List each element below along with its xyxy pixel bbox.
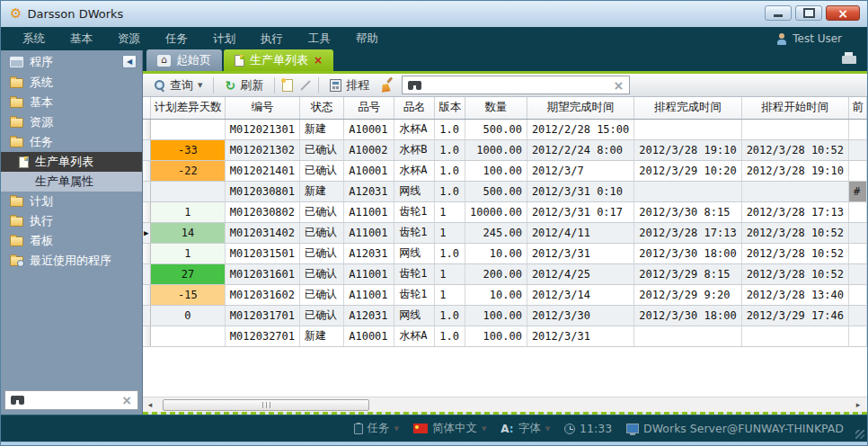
table-cell[interactable]: 100.00 — [465, 326, 527, 346]
sidebar-item[interactable]: 执行 — [1, 211, 142, 231]
table-cell[interactable]: A11001 — [344, 222, 394, 243]
column-header[interactable]: 前 — [849, 97, 867, 119]
table-cell[interactable]: 已确认 — [300, 139, 344, 160]
table-cell[interactable]: # — [849, 181, 867, 201]
table-cell[interactable]: 齿轮1 — [394, 222, 435, 243]
minimize-button[interactable] — [765, 5, 792, 21]
table-cell[interactable]: 1.0 — [435, 326, 465, 346]
table-cell[interactable]: 2012/3/28 17:13 — [741, 201, 848, 222]
user-menu[interactable]: Test User — [776, 32, 858, 45]
menu-item[interactable]: 帮助 — [343, 31, 391, 47]
sidebar-item[interactable]: 计划 — [1, 192, 142, 211]
table-cell[interactable]: 2012/3/28 17:13 — [634, 222, 741, 243]
table-cell[interactable]: 2012/4/11 — [527, 222, 633, 243]
menu-item[interactable]: 基本 — [58, 31, 105, 47]
tab[interactable]: 起始页 — [146, 49, 222, 71]
table-cell[interactable]: 245.00 — [465, 222, 527, 243]
column-header[interactable]: 状态 — [300, 97, 344, 119]
table-cell[interactable]: 齿轮1 — [394, 284, 435, 305]
table-cell[interactable]: 网线 — [394, 305, 435, 326]
table-cell[interactable]: A11001 — [344, 201, 394, 222]
row-header[interactable] — [143, 243, 151, 263]
table-cell[interactable] — [849, 139, 867, 160]
table-cell[interactable]: M012031601 — [225, 263, 299, 284]
chevron-down-icon[interactable] — [198, 82, 202, 89]
table-cell[interactable] — [849, 305, 867, 326]
row-header[interactable] — [143, 326, 151, 346]
table-cell[interactable] — [849, 243, 867, 263]
table-row[interactable]: 0M012031701已确认A12031网线1.0100.002012/3/30… — [143, 305, 867, 326]
sidebar-item[interactable]: 基本 — [1, 93, 142, 112]
table-cell[interactable]: 2012/3/28 10:52 — [741, 243, 848, 263]
row-header[interactable] — [143, 284, 151, 305]
row-header[interactable] — [143, 119, 151, 139]
column-header[interactable]: 计划差异天数 — [151, 97, 226, 119]
table-cell[interactable]: 1.0 — [435, 119, 465, 139]
table-row[interactable]: M012032701新建A10001水杯A1.0100.002012/3/31 — [143, 326, 867, 346]
clear-search-icon[interactable] — [121, 394, 132, 406]
table-cell[interactable]: 2012/3/28 10:52 — [741, 222, 848, 243]
table-cell[interactable]: M012030802 — [225, 201, 299, 222]
table-cell[interactable]: 已确认 — [300, 305, 344, 326]
table-cell[interactable]: 2012/2/24 8:00 — [527, 139, 633, 160]
status-font-menu[interactable]: A 字体 — [500, 421, 550, 436]
table-cell[interactable]: 网线 — [394, 181, 435, 201]
row-header[interactable] — [143, 160, 151, 181]
table-cell[interactable]: M012032701 — [225, 326, 299, 346]
table-cell[interactable]: 2012/3/28 19:10 — [634, 139, 741, 160]
table-cell[interactable] — [849, 284, 867, 305]
table-cell[interactable]: 2012/3/29 10:20 — [634, 160, 741, 181]
row-header[interactable] — [143, 222, 151, 243]
menu-item[interactable]: 资源 — [105, 31, 153, 47]
table-cell[interactable]: 1.0 — [435, 160, 465, 181]
maximize-button[interactable] — [795, 5, 822, 21]
menu-item[interactable]: 执行 — [248, 31, 296, 47]
table-cell[interactable]: 2012/3/29 17:46 — [741, 305, 848, 326]
sidebar-item[interactable]: 生产单列表 — [1, 152, 142, 172]
table-cell[interactable]: A11001 — [344, 284, 394, 305]
table-cell[interactable]: 100.00 — [465, 160, 527, 181]
table-cell[interactable]: A10002 — [344, 139, 394, 160]
new-document-icon[interactable] — [282, 79, 293, 92]
row-header[interactable] — [143, 181, 151, 201]
table-row[interactable]: 1M012030802已确认A11001齿轮1110000.002012/3/3… — [143, 201, 867, 222]
table-cell[interactable]: A11001 — [344, 263, 394, 284]
row-header[interactable] — [143, 139, 151, 160]
table-cell[interactable]: 新建 — [300, 326, 344, 346]
table-cell[interactable] — [849, 222, 867, 243]
table-cell[interactable]: 新建 — [300, 119, 344, 139]
table-cell[interactable]: 2012/3/29 9:20 — [634, 284, 741, 305]
table-row[interactable]: M012030801新建A12031网线1.0500.002012/3/31 0… — [143, 181, 867, 201]
table-cell[interactable]: 2012/3/31 — [527, 326, 633, 346]
table-cell[interactable]: 1.0 — [435, 181, 465, 201]
table-cell[interactable]: 2012/3/14 — [527, 284, 633, 305]
column-header[interactable]: 品名 — [394, 97, 435, 119]
sidebar-collapse-button[interactable] — [122, 55, 137, 68]
menu-item[interactable]: 任务 — [153, 31, 200, 47]
sidebar-header[interactable]: 程序 — [1, 50, 142, 73]
printer-icon[interactable] — [842, 56, 856, 64]
table-cell[interactable]: 2012/3/30 — [527, 305, 633, 326]
scrollbar-thumb[interactable] — [163, 399, 369, 411]
table-cell[interactable]: 1.0 — [435, 243, 465, 263]
table-cell[interactable]: M012021401 — [225, 160, 299, 181]
table-cell[interactable]: 已确认 — [300, 201, 344, 222]
table-cell[interactable]: 2012/3/30 8:15 — [634, 201, 741, 222]
table-cell[interactable]: 2012/3/31 0:10 — [527, 181, 633, 201]
table-cell[interactable] — [634, 181, 741, 201]
table-row[interactable]: -22M012021401已确认A10001水杯A1.0100.002012/3… — [143, 160, 867, 181]
table-cell[interactable]: 2012/3/30 18:00 — [634, 243, 741, 263]
row-header[interactable] — [143, 263, 151, 284]
table-cell-plan-diff-days[interactable]: -22 — [151, 160, 226, 181]
table-cell[interactable] — [849, 160, 867, 181]
table-row[interactable]: 14M012031402已确认A11001齿轮11245.002012/4/11… — [143, 222, 867, 243]
table-cell-plan-diff-days[interactable] — [151, 181, 226, 201]
table-cell[interactable]: 已确认 — [300, 284, 344, 305]
table-cell[interactable]: 新建 — [300, 181, 344, 201]
sidebar-item[interactable]: 系统 — [1, 73, 142, 93]
resize-grip[interactable] — [855, 430, 864, 439]
table-cell-plan-diff-days[interactable] — [151, 119, 226, 139]
tab[interactable]: 生产单列表 — [224, 49, 333, 71]
status-task-menu[interactable]: 任务 — [354, 421, 399, 436]
table-cell[interactable]: 10.00 — [465, 243, 527, 263]
